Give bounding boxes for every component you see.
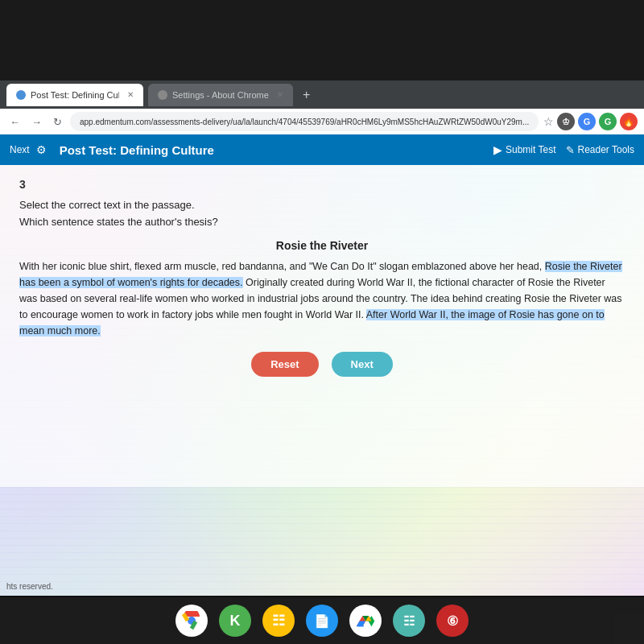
reader-tools-button[interactable]: ✎ Reader Tools xyxy=(566,144,635,156)
reset-button[interactable]: Reset xyxy=(251,352,318,377)
tab-settings[interactable]: Settings - About Chrome OS ✕ xyxy=(148,84,293,106)
next-nav-button[interactable]: Next xyxy=(10,144,30,155)
badge-icon: ⑥ xyxy=(447,613,458,629)
taskbar-k-app[interactable]: K xyxy=(219,605,251,637)
highlighted-sentence-2[interactable]: After World War II, the image of Rosie h… xyxy=(19,309,605,336)
tab-favicon xyxy=(16,90,26,100)
tab-settings-close-icon[interactable]: ✕ xyxy=(277,90,283,99)
taskbar-grid-app[interactable]: ☷ xyxy=(393,605,425,637)
address-bar: ← → ↻ ☆ ♔ G G 🔥 xyxy=(0,109,644,134)
content-area: 3 Select the correct text in the passage… xyxy=(0,165,644,487)
browser-title-bar: Post Test: Defining Culture ✕ Settings -… xyxy=(0,80,644,109)
extension-icon[interactable]: 🔥 xyxy=(620,113,638,130)
address-input[interactable] xyxy=(70,112,539,131)
submit-test-button[interactable]: ▶ Submit Test xyxy=(493,143,555,156)
button-row: Reset Next xyxy=(19,352,625,377)
highlighted-sentence-1[interactable]: Rosie the Riveter has been a symbol of w… xyxy=(19,261,622,288)
settings-icon[interactable]: ⚙ xyxy=(36,143,47,156)
tab-label: Post Test: Defining Culture xyxy=(31,90,119,100)
taskbar-docs[interactable]: 📄 xyxy=(306,605,338,637)
instruction-text: Select the correct text in the passage. xyxy=(19,199,625,211)
app-header: Next ⚙ Post Test: Defining Culture ▶ Sub… xyxy=(0,134,644,165)
header-right: ▶ Submit Test ✎ Reader Tools xyxy=(493,143,634,156)
taskbar-badge-app[interactable]: ⑥ xyxy=(436,605,469,637)
google-icon-2: G xyxy=(599,113,617,130)
files-icon: ☷ xyxy=(272,612,285,630)
passage-text[interactable]: With her iconic blue shirt, flexed arm m… xyxy=(19,258,625,339)
prompt-text: Which sentence states the author's thesi… xyxy=(19,216,625,228)
reader-tools-label: Reader Tools xyxy=(578,144,635,155)
next-nav-label: Next xyxy=(10,144,30,155)
tab-settings-favicon xyxy=(158,90,167,100)
taskbar-chrome[interactable] xyxy=(175,605,208,637)
question-number: 3 xyxy=(19,178,625,191)
docs-icon: 📄 xyxy=(314,613,330,629)
reader-tools-icon: ✎ xyxy=(566,144,575,156)
tab-settings-label: Settings - About Chrome OS xyxy=(172,90,269,100)
forward-button[interactable]: → xyxy=(28,114,45,130)
back-button[interactable]: ← xyxy=(6,114,23,130)
app-title: Post Test: Defining Culture xyxy=(60,143,487,157)
taskbar-files[interactable]: ☷ xyxy=(262,605,295,637)
tab-post-test[interactable]: Post Test: Defining Culture ✕ xyxy=(6,84,143,106)
browser-actions: ☆ ♔ G G 🔥 xyxy=(543,113,638,130)
new-tab-button[interactable]: + xyxy=(298,86,315,104)
tab-close-icon[interactable]: ✕ xyxy=(127,90,134,99)
grid-icon: ☷ xyxy=(403,613,415,629)
passage-title: Rosie the Riveter xyxy=(19,239,625,252)
taskbar: K ☷ 📄 ☷ ⑥ xyxy=(0,597,644,644)
next-button[interactable]: Next xyxy=(332,352,393,377)
taskbar-drive[interactable] xyxy=(349,605,382,637)
copyright-text: hts reserved. xyxy=(6,582,53,591)
submit-test-label: Submit Test xyxy=(506,144,555,155)
submit-icon: ▶ xyxy=(493,143,502,156)
google-icon-1: G xyxy=(578,113,596,130)
bookmark-icon[interactable]: ☆ xyxy=(543,115,554,128)
profile-icon[interactable]: ♔ xyxy=(557,113,575,130)
reload-button[interactable]: ↻ xyxy=(50,114,65,130)
k-icon: K xyxy=(230,613,241,630)
